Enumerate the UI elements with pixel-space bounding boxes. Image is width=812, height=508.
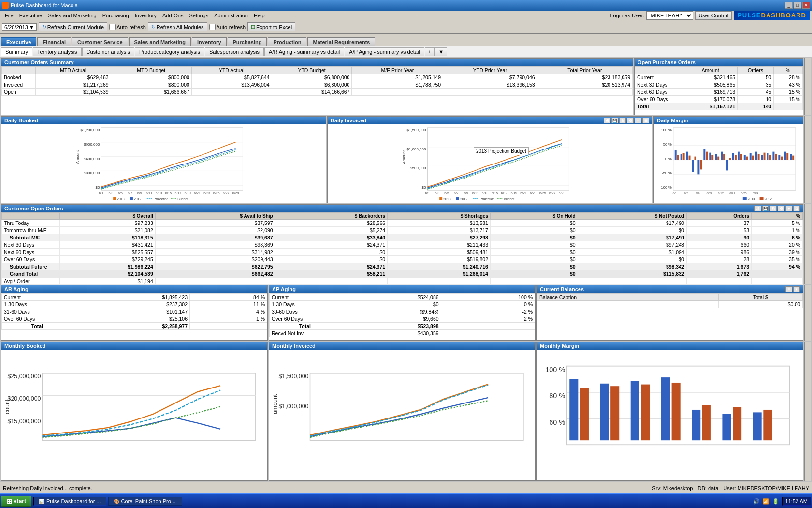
svg-rect-81 — [692, 160, 694, 172]
svg-rect-58 — [439, 197, 442, 200]
svg-text:50 %: 50 % — [663, 142, 672, 147]
title-bar: Pulse Dashboard for Macola _ □ ✕ — [0, 0, 812, 11]
date-dropdown-icon[interactable]: ▼ — [29, 24, 34, 30]
svg-rect-150 — [661, 377, 670, 440]
svg-text:6/9: 6/9 — [696, 192, 700, 194]
svg-text:6/13: 6/13 — [156, 191, 162, 194]
svg-rect-28 — [130, 197, 133, 200]
scrollbar-right-3[interactable] — [804, 204, 811, 284]
svg-rect-96 — [735, 155, 737, 160]
close-button[interactable]: ✕ — [802, 2, 810, 9]
svg-rect-94 — [729, 158, 731, 160]
settings-icon[interactable]: ⚙ — [627, 118, 634, 123]
svg-text:6/1: 6/1 — [99, 191, 104, 194]
add-tab-button[interactable]: + — [425, 47, 435, 56]
col-header-ytd-actual: YTD Actual — [191, 67, 272, 74]
auto-refresh-all-checkbox[interactable] — [209, 24, 216, 30]
tab-executive[interactable]: Executive — [1, 37, 36, 46]
svg-text:Amount: Amount — [402, 150, 406, 164]
refresh-all-button[interactable]: ↻ Refresh All Modules — [148, 22, 207, 31]
copy-icon[interactable]: ⎘ — [619, 118, 626, 123]
coo-filter-icon[interactable]: ▼ — [785, 206, 792, 211]
open-purchase-table: Amount Orders % Current$321,4655028 % Ne… — [635, 66, 803, 110]
subtab-ap-aging[interactable]: A/P Aging - summary vs detail — [345, 47, 424, 56]
cb-table-icon[interactable]: ≡ — [785, 286, 792, 292]
coo-expand-icon[interactable]: ⊞ — [793, 206, 800, 211]
subtab-territory[interactable]: Territory analysis — [33, 47, 82, 56]
monthly-invoiced-header: Monthly Invoiced — [269, 342, 535, 350]
expand-icon[interactable]: ⊞ — [642, 118, 649, 123]
table-row: Over 60 Days$729,245$209,443$0$519,802$0… — [2, 256, 803, 263]
menu-file[interactable]: File — [2, 12, 16, 19]
monthly-margin-header: Monthly Margin — [537, 342, 803, 350]
filter-icon[interactable]: ▼ — [635, 118, 641, 123]
refresh-current-button[interactable]: ↻ Refresh Current Module — [39, 22, 107, 31]
svg-rect-158 — [702, 405, 711, 440]
svg-rect-114 — [786, 153, 788, 160]
table-row: Next 30 Days$505,8653543 % — [635, 81, 803, 89]
svg-text:-50 %: -50 % — [662, 171, 672, 175]
tab-financial[interactable]: Financial — [37, 37, 71, 46]
coo-settings-icon[interactable]: ⚙ — [778, 206, 784, 211]
svg-text:6/23: 6/23 — [530, 191, 536, 194]
menu-settings[interactable]: Settings — [186, 12, 211, 19]
subtab-customer[interactable]: Customer analysis — [82, 47, 134, 56]
svg-text:2012: 2012 — [460, 197, 468, 200]
tab-sales-marketing[interactable]: Sales and Marketing — [129, 37, 191, 46]
tab-material-requirements[interactable]: Material Requirements — [307, 37, 375, 46]
svg-text:6/19: 6/19 — [184, 191, 191, 194]
user-select[interactable]: MIKE LEAHY — [646, 11, 693, 20]
menu-help[interactable]: Help — [251, 12, 268, 19]
tab-production[interactable]: Production — [268, 37, 306, 46]
menu-purchasing[interactable]: Purchasing — [100, 12, 132, 19]
svg-rect-60 — [456, 197, 459, 200]
tab-inventory[interactable]: Inventory — [192, 37, 227, 46]
coo-copy-icon[interactable]: ⎘ — [770, 206, 777, 211]
taskbar-item-1[interactable]: 📊 Pulse Dashboard for ... — [33, 497, 106, 506]
svg-text:count: count — [4, 399, 11, 414]
auto-refresh-check[interactable]: Auto-refresh — [109, 24, 146, 30]
export-excel-button[interactable]: ⊞ Export to Excel — [247, 22, 295, 31]
svg-text:$0: $0 — [96, 185, 100, 190]
ar-aging-panel: AR Aging Current$1,895,42384 % 1-30 Days… — [1, 285, 268, 341]
start-button[interactable]: ⊞ start — [1, 496, 31, 507]
maximize-button[interactable]: □ — [794, 2, 801, 9]
svg-rect-86 — [706, 152, 708, 160]
taskbar-item-2[interactable]: 🎨 Corel Paint Shop Pro ... — [108, 497, 183, 506]
scrollbar-right-5[interactable] — [804, 342, 811, 481]
user-control-button[interactable]: User Control — [695, 11, 732, 20]
tab-customer-service[interactable]: Customer Service — [72, 37, 128, 46]
subtab-summary[interactable]: Summary — [1, 47, 32, 56]
scrollbar-right-2[interactable] — [804, 116, 811, 203]
cb-dropdown-icon[interactable]: ▼ — [793, 286, 800, 292]
scrollbar-right-4[interactable] — [804, 285, 811, 341]
svg-rect-80 — [689, 156, 691, 160]
menu-administration[interactable]: Administration — [211, 12, 251, 19]
tab-purchasing[interactable]: Purchasing — [228, 37, 267, 46]
svg-text:6/25: 6/25 — [741, 192, 747, 194]
tab-dropdown-button[interactable]: ▼ — [435, 47, 447, 56]
auto-refresh-checkbox[interactable] — [109, 24, 116, 30]
menu-sales[interactable]: Sales and Marketing — [45, 12, 99, 19]
menu-addons[interactable]: Add-Ons — [160, 12, 186, 19]
subtab-salesperson[interactable]: Salesperson analysis — [205, 47, 264, 56]
print-icon[interactable]: 🖨 — [604, 118, 610, 123]
menu-inventory[interactable]: Inventory — [132, 12, 160, 19]
scrollbar-right[interactable] — [804, 58, 811, 115]
subtab-product-category[interactable]: Product category analysis — [135, 47, 204, 56]
col-pct: % — [773, 67, 802, 74]
coo-save-icon[interactable]: 💾 — [762, 206, 769, 211]
daily-invoiced-chart: $1,500,000 $1,000,000 $500,000 $0 Amount — [330, 125, 650, 200]
subtab-ar-aging[interactable]: A/R Aging - summary vs detail — [264, 47, 344, 56]
save-icon[interactable]: 💾 — [611, 118, 618, 123]
table-row: Over 60 Days$9,6602 % — [270, 315, 535, 323]
minimize-button[interactable]: _ — [785, 2, 793, 9]
daily-margin-header: Daily Margin — [654, 117, 803, 124]
svg-rect-92 — [723, 154, 725, 160]
coo-print-icon[interactable]: 🖨 — [754, 206, 761, 211]
menu-executive[interactable]: Executive — [16, 12, 45, 19]
date-box: 6/20/2013 ▼ — [2, 23, 37, 31]
svg-rect-98 — [740, 154, 742, 160]
auto-refresh-all-check[interactable]: Auto-refresh — [209, 24, 246, 30]
svg-rect-106 — [764, 153, 766, 160]
